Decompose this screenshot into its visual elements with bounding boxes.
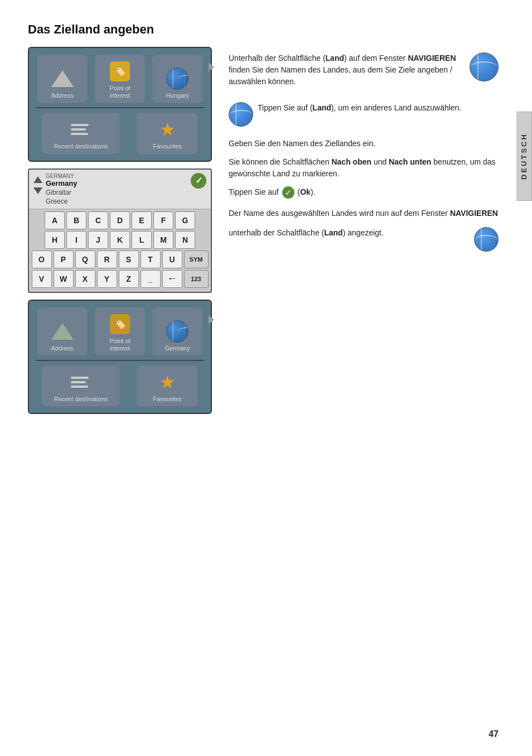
nav-buttons-row-3: Address 🏷️ Point of interest (36, 307, 204, 355)
key-underscore[interactable]: _ (141, 270, 161, 288)
key-T[interactable]: T (141, 251, 161, 268)
key-V[interactable]: V (32, 270, 52, 288)
key-X[interactable]: X (75, 270, 95, 288)
poi-icon-3: 🏷️ (107, 313, 133, 335)
key-P[interactable]: P (54, 251, 74, 268)
kb-up-item[interactable] (33, 175, 42, 184)
address-icon-3 (49, 320, 76, 343)
para6-text: Der Name des ausgewählten Landes wird nu… (229, 208, 499, 219)
kb-row-1: A B C D E F G (31, 211, 209, 229)
land-bold-3: Land (324, 228, 342, 237)
address-label-3: Address (51, 345, 73, 352)
key-I[interactable]: I (66, 231, 86, 249)
germany-label-3: Germany (165, 345, 190, 352)
recent-button-3[interactable]: Recent destinations (42, 365, 120, 406)
hungary-label-1: Hungary (166, 92, 190, 99)
nav-screen-3: Address 🏷️ Point of interest (28, 300, 212, 415)
star-icon-3: ★ (154, 371, 181, 393)
globe-medium-2 (229, 102, 253, 127)
nach-unten-bold: Nach unten (389, 157, 431, 166)
key-E[interactable]: E (132, 211, 152, 229)
para3-text: Geben Sie den Namen des Ziellandes ein. (229, 138, 499, 150)
favourites-label-3: Favourites (153, 396, 181, 403)
key-123[interactable]: 123 (184, 270, 209, 288)
globe-large-1 (470, 52, 499, 81)
address-button-1[interactable]: Address (37, 55, 88, 103)
key-SYM[interactable]: SYM (184, 251, 209, 268)
key-M[interactable]: M (153, 231, 173, 249)
key-K[interactable]: K (110, 231, 130, 249)
key-N[interactable]: N (175, 231, 195, 249)
favourites-button-3[interactable]: ★ Favourites (137, 365, 198, 406)
recent-button-1[interactable]: Recent destinations (42, 113, 120, 153)
key-H[interactable]: H (45, 231, 65, 249)
nav-buttons-row-1b: Recent destinations ★ Favourites (36, 113, 204, 153)
globe-medium-3 (474, 227, 499, 252)
poi-label-3: Point of interest (99, 338, 141, 352)
key-Z[interactable]: Z (119, 270, 139, 288)
kb-down-item[interactable] (33, 186, 42, 195)
kb-keys: A B C D E F G H I J K L M (29, 209, 211, 292)
sidebar-deutsch-tab: DEUTSCH (516, 112, 532, 201)
land-bold-1: Land (326, 54, 344, 62)
key-O[interactable]: O (32, 251, 52, 268)
recent-label-3: Recent destinations (54, 396, 108, 403)
kb-list: GERMANY Germany Gibraltar Greece ✓ (29, 170, 211, 209)
page-number: 47 (489, 729, 499, 739)
poi-icon-1: 🏷️ (107, 60, 133, 83)
page-title: Das Zielland angeben (28, 22, 499, 37)
key-R[interactable]: R (97, 251, 117, 268)
poi-label-1: Point of interest (99, 85, 141, 99)
kb-check-button[interactable]: ✓ (191, 173, 206, 189)
kb-country-other2: Greece (46, 198, 187, 205)
poi-button-1[interactable]: 🏷️ Point of interest (95, 55, 145, 103)
key-C[interactable]: C (88, 211, 108, 229)
recent-icon-1 (67, 118, 94, 141)
key-B[interactable]: B (66, 211, 86, 229)
para5-text: Tippen Sie auf ✓ (Ok). (229, 186, 499, 199)
address-icon-1 (49, 68, 76, 90)
para4-text: Sie können die Schaltflächen Nach oben u… (229, 156, 499, 180)
para2-text: Tippen Sie auf (Land), um ein anderes La… (229, 102, 499, 114)
key-F[interactable]: F (153, 211, 173, 229)
key-W[interactable]: W (54, 270, 74, 288)
key-backspace[interactable]: ← (162, 270, 182, 288)
star-icon-1: ★ (154, 118, 181, 141)
favourites-label-1: Favourites (153, 143, 181, 150)
recent-icon-3 (67, 371, 94, 393)
screen1-arrow (209, 62, 214, 71)
para7-text: unterhalb der Schaltfläche (Land) angeze… (229, 227, 499, 239)
hungary-button-1[interactable]: Hungary (152, 55, 202, 103)
poi-button-3[interactable]: 🏷️ Point of interest (95, 307, 145, 355)
para6-block: Der Name des ausgewählten Landes wird nu… (229, 208, 499, 219)
key-A[interactable]: A (45, 211, 65, 229)
key-Y[interactable]: Y (97, 270, 117, 288)
nav-screen-1: Address 🏷️ Point of interest (28, 47, 212, 162)
para7-block: unterhalb der Schaltfläche (Land) angeze… (229, 227, 499, 254)
key-S[interactable]: S (119, 251, 139, 268)
navigieren-bold-2: NAVIGIEREN (450, 209, 498, 218)
kb-country-other1: Gibraltar (46, 189, 187, 196)
germany-button-3[interactable]: Germany (152, 307, 202, 355)
globe-icon-1 (164, 68, 191, 90)
key-Q[interactable]: Q (75, 251, 95, 268)
key-D[interactable]: D (110, 211, 130, 229)
key-J[interactable]: J (88, 231, 108, 249)
key-L[interactable]: L (132, 231, 152, 249)
ok-check-icon: ✓ (282, 186, 294, 199)
key-U[interactable]: U (162, 251, 182, 268)
nach-oben-bold: Nach oben (331, 157, 371, 166)
address-button-3[interactable]: Address (37, 307, 88, 355)
globe-icon-3 (164, 320, 191, 343)
kb-country-code: GERMANY (46, 173, 187, 179)
key-G[interactable]: G (175, 211, 195, 229)
para2-block: Tippen Sie auf (Land), um ein anderes La… (229, 102, 499, 130)
ok-bold: Ok (300, 187, 311, 196)
land-bold-2: Land (312, 103, 331, 112)
right-column: Unterhalb der Schaltfläche (Land) auf de… (229, 47, 499, 262)
favourites-button-1[interactable]: ★ Favourites (137, 113, 198, 153)
kb-country-selected: Germany (46, 179, 187, 187)
kb-row-4: V W X Y Z _ ← 123 (31, 270, 209, 288)
recent-label-1: Recent destinations (54, 143, 108, 150)
keyboard-screen: GERMANY Germany Gibraltar Greece ✓ A B C… (28, 168, 212, 293)
